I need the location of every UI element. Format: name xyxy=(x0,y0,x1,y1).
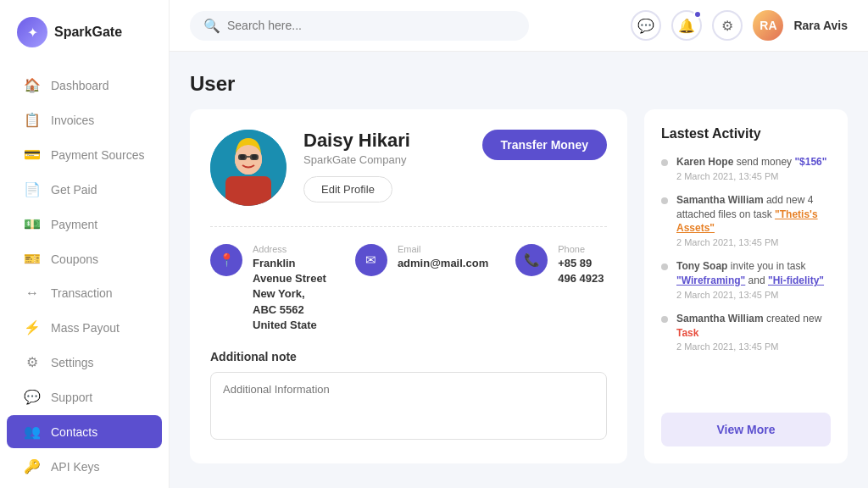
email-icon: ✉ xyxy=(355,244,387,276)
email-details: Email admin@mail.com xyxy=(398,244,488,271)
contact-info: 📍 Address Franklin Avenue StreetNew York… xyxy=(210,244,607,333)
address-icon: 📍 xyxy=(210,244,242,276)
activity-dot-4 xyxy=(661,316,668,323)
activity-time-1: 2 March 2021, 13:45 PM xyxy=(676,171,826,181)
email-value: admin@mail.com xyxy=(398,256,488,271)
sidebar-label-invoices: Invoices xyxy=(51,114,94,127)
sidebar-item-api-keys[interactable]: 🔑 API Keys xyxy=(7,450,162,483)
activity-time-3: 2 March 2021, 13:45 PM xyxy=(676,290,831,300)
app-name: SparkGate xyxy=(54,25,122,40)
activity-item-4: Samantha William created new Task 2 Marc… xyxy=(661,312,831,352)
settings-icon: ⚙ xyxy=(24,354,41,370)
logo-icon: ✦ xyxy=(17,17,47,47)
additional-note-input[interactable] xyxy=(210,372,607,440)
contacts-icon: 👥 xyxy=(24,424,41,440)
profile-company: SparkGate Company xyxy=(303,153,465,166)
activity-title: Lastest Activity xyxy=(661,126,831,141)
home-icon: 🏠 xyxy=(24,77,41,93)
header: 🔍 💬 🔔 ⚙ RA Rara Avis xyxy=(170,0,868,52)
email-label: Email xyxy=(398,244,488,254)
activity-item-1: Karen Hope send money "$156" 2 March 202… xyxy=(661,155,831,181)
activity-dot-3 xyxy=(661,263,668,270)
activity-content-3: Tony Soap invite you in task "Wireframin… xyxy=(676,259,831,300)
sidebar-label-payment-sources: Payment Sources xyxy=(51,148,145,162)
sidebar-item-support[interactable]: 💬 Support xyxy=(7,380,162,413)
profile-header: Daisy Hikari SparkGate Company Edit Prof… xyxy=(210,130,607,206)
sidebar-item-payment[interactable]: 💵 Payment xyxy=(7,208,162,241)
content-layout: Daisy Hikari SparkGate Company Edit Prof… xyxy=(190,109,848,463)
activity-time-2: 2 March 2021, 13:45 PM xyxy=(676,237,831,247)
sidebar-item-payment-sources[interactable]: 💳 Payment Sources xyxy=(7,138,162,171)
profile-card: Daisy Hikari SparkGate Company Edit Prof… xyxy=(190,109,627,463)
phone-details: Phone +85 89 496 4923 xyxy=(558,244,607,286)
coupons-icon: 🎫 xyxy=(24,251,41,267)
header-actions: 💬 🔔 ⚙ RA Rara Avis xyxy=(631,10,848,41)
transfer-money-button[interactable]: Transfer Money xyxy=(482,130,607,160)
sidebar-item-transaction[interactable]: ↔ Transaction xyxy=(7,277,162,309)
search-input[interactable] xyxy=(227,19,515,32)
page-content: User xyxy=(170,52,868,488)
activity-list: Karen Hope send money "$156" 2 March 202… xyxy=(661,155,831,399)
profile-info: Daisy Hikari SparkGate Company Edit Prof… xyxy=(303,130,465,202)
sidebar-label-settings: Settings xyxy=(51,356,94,369)
support-icon: 💬 xyxy=(24,389,41,405)
activity-dot-1 xyxy=(661,159,668,166)
activity-text-3: Tony Soap invite you in task "Wireframin… xyxy=(676,259,831,288)
activity-item-3: Tony Soap invite you in task "Wireframin… xyxy=(661,259,831,300)
phone-icon: 📞 xyxy=(515,244,548,276)
sidebar-item-dashboard[interactable]: 🏠 Dashboard xyxy=(7,69,162,102)
sidebar-label-support: Support xyxy=(51,391,92,404)
notification-badge xyxy=(693,10,702,19)
activity-panel: Lastest Activity Karen Hope send money "… xyxy=(644,109,848,463)
additional-note-label: Additional note xyxy=(210,350,607,363)
activity-content-4: Samantha William created new Task 2 Marc… xyxy=(676,312,831,352)
activity-content-2: Samantha William add new 4 attached file… xyxy=(676,193,831,247)
sidebar-item-get-paid[interactable]: 📄 Get Paid xyxy=(7,173,162,206)
activity-content-1: Karen Hope send money "$156" 2 March 202… xyxy=(676,155,826,181)
page-title: User xyxy=(190,72,848,96)
api-keys-icon: 🔑 xyxy=(24,458,41,474)
edit-profile-button[interactable]: Edit Profile xyxy=(303,176,392,202)
activity-item-2: Samantha William add new 4 attached file… xyxy=(661,193,831,247)
address-label: Address xyxy=(253,244,328,254)
sidebar-item-contacts[interactable]: 👥 Contacts xyxy=(7,415,162,448)
divider xyxy=(210,226,607,227)
get-paid-icon: 📄 xyxy=(24,181,41,197)
search-icon: 🔍 xyxy=(203,18,220,34)
avatar: RA xyxy=(753,10,783,41)
avatar-image xyxy=(210,130,287,206)
mass-payout-icon: ⚡ xyxy=(24,319,41,336)
sidebar-item-coupons[interactable]: 🎫 Coupons xyxy=(7,242,162,275)
email-item: ✉ Email admin@mail.com xyxy=(355,244,488,333)
sidebar-label-get-paid: Get Paid xyxy=(51,183,97,197)
activity-text-2: Samantha William add new 4 attached file… xyxy=(676,193,831,236)
main-content: 🔍 💬 🔔 ⚙ RA Rara Avis User xyxy=(170,0,868,488)
sidebar-item-mass-payout[interactable]: ⚡ Mass Payout xyxy=(7,311,162,344)
payment-icon: 💵 xyxy=(24,216,41,232)
address-details: Address Franklin Avenue StreetNew York, … xyxy=(253,244,328,333)
transaction-icon: ↔ xyxy=(24,286,41,301)
chat-button[interactable]: 💬 xyxy=(631,10,661,41)
address-value: Franklin Avenue StreetNew York, ABC 5562… xyxy=(253,256,328,333)
phone-value: +85 89 496 4923 xyxy=(558,256,607,286)
sidebar-label-coupons: Coupons xyxy=(51,252,98,266)
profile-name: Daisy Hikari xyxy=(303,130,465,152)
view-more-button[interactable]: View More xyxy=(661,413,831,446)
svg-rect-2 xyxy=(225,176,271,206)
settings-button[interactable]: ⚙ xyxy=(712,10,743,41)
notification-button[interactable]: 🔔 xyxy=(671,10,702,41)
svg-rect-6 xyxy=(238,154,247,160)
user-name: Rara Avis xyxy=(793,19,848,32)
sidebar-label-dashboard: Dashboard xyxy=(51,79,109,92)
activity-dot-2 xyxy=(661,197,668,204)
activity-time-4: 2 March 2021, 13:45 PM xyxy=(676,341,831,352)
sidebar-label-contacts: Contacts xyxy=(51,425,97,439)
sidebar: ✦ SparkGate 🏠 Dashboard 📋 Invoices 💳 Pay… xyxy=(0,0,170,488)
sidebar-item-invoices[interactable]: 📋 Invoices xyxy=(7,103,162,136)
sidebar-item-settings[interactable]: ⚙ Settings xyxy=(7,346,162,379)
search-bar[interactable]: 🔍 xyxy=(190,11,529,41)
phone-label: Phone xyxy=(558,244,607,254)
activity-text-4: Samantha William created new Task xyxy=(676,312,831,341)
svg-rect-7 xyxy=(250,154,259,160)
activity-text-1: Karen Hope send money "$156" xyxy=(676,155,826,169)
